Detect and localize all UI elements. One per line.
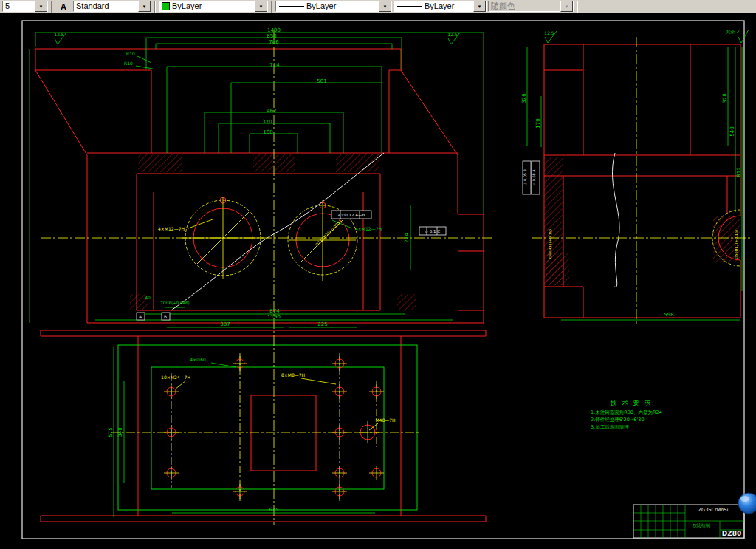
layer-combo[interactable]: 5 ▼	[2, 1, 48, 12]
linetype-combo-value: ByLayer	[304, 1, 379, 11]
leader-lines	[175, 219, 378, 430]
color-combo-value: ByLayer	[170, 1, 255, 11]
tech-requirement-line: 3.加工后表面清理	[591, 424, 629, 430]
dim-label: 4×M12—7H	[158, 226, 185, 231]
tech-requirement-line: 2.铸件经处理6'20→6'30	[591, 417, 645, 423]
dim-label: 12.5	[447, 32, 458, 37]
dim-label: R10	[126, 51, 135, 56]
dim-label: 214	[404, 233, 410, 243]
dim-label: 1190	[267, 314, 281, 320]
dim-label: 12.5	[544, 30, 554, 35]
tech-requirements-title: 技 术 要 求	[610, 399, 652, 406]
side-view-outline	[544, 44, 740, 318]
dim-label: 714	[269, 62, 280, 68]
dim-label: 548	[729, 126, 735, 136]
toolbar-separator	[51, 1, 52, 13]
lineweight-combo[interactable]: ByLayer ▼	[394, 1, 487, 12]
dim-label: 874	[269, 308, 280, 314]
dim-label: 328	[722, 93, 728, 103]
dim-label: 8×M8—7H	[281, 372, 305, 378]
text-style-combo-value: Standard	[74, 1, 138, 11]
dim-label: 462	[267, 108, 276, 114]
color-swatch-icon	[162, 2, 170, 10]
dim-label: 675	[269, 507, 278, 513]
chevron-down-icon[interactable]: ▼	[138, 1, 151, 12]
dim-label: R10	[124, 61, 133, 66]
title-block-note: 按比绘制	[693, 522, 710, 528]
dim-label: ▱ 0.08 A	[532, 169, 536, 185]
chevron-down-icon[interactable]: ▼	[255, 1, 267, 12]
dim-label: 1490	[267, 27, 281, 33]
toolbar-separator	[577, 1, 578, 13]
centerlines	[41, 30, 752, 525]
dim-label: ▱ 0.1 C	[425, 229, 440, 233]
dim-label: ∅60H11(+0.19)	[548, 229, 552, 259]
dim-label: ∅110H7(+0.035)	[315, 219, 343, 248]
linetype-combo[interactable]: ByLayer ▼	[275, 1, 392, 12]
layer-combo-value: 5	[3, 1, 35, 11]
dim-label: 326	[521, 93, 527, 103]
chevron-down-icon[interactable]: ▼	[473, 1, 486, 12]
linetype-sample-icon	[279, 6, 304, 7]
lineweight-sample-icon	[397, 6, 422, 7]
title-block-material: ZG35CrMnSi	[698, 507, 729, 513]
dim-label: ⌖ ∅0.12 A—B	[338, 213, 365, 217]
dim-label: 4×M12—7H	[355, 226, 382, 231]
dim-label: B	[164, 314, 167, 319]
dim-label: M40—7H	[375, 417, 395, 423]
drawing-canvas[interactable]: 技 术 要 求 1.未注铸造圆角R30、内壁为R24 2.铸件经处理6'20→6…	[0, 13, 756, 549]
object-properties-toolbar: 5 ▼ A Standard ▼ ByLayer ▼ ByLayer ▼ ByL…	[0, 0, 756, 13]
plotstyle-combo: 随颜色 ▼	[488, 1, 574, 12]
cad-drawing: 技 术 要 求 1.未注铸造圆角R30、内壁为R24 2.铸件经处理6'20→6…	[0, 13, 756, 549]
dim-label: 812	[736, 167, 742, 177]
chevron-down-icon[interactable]: ▼	[379, 1, 391, 12]
dim-label: 575	[108, 427, 114, 437]
blue-app-icon[interactable]	[738, 493, 756, 514]
dim-label: 370	[262, 119, 272, 125]
dim-label: ⊥ 0.05 B	[523, 168, 527, 185]
text-style-button[interactable]: A	[55, 0, 72, 13]
color-combo[interactable]: ByLayer ▼	[159, 1, 268, 12]
dim-label: 850	[267, 33, 276, 39]
dim-label: 501	[317, 78, 326, 84]
feature-control-frames	[137, 161, 540, 320]
tech-requirements: 技 术 要 求 1.未注铸造圆角R30、内壁为R24 2.铸件经处理6'20→6…	[591, 399, 662, 430]
dim-label: 10×M24—7H	[161, 375, 190, 380]
front-view-outline	[35, 49, 484, 323]
plan-view-outline	[41, 330, 486, 522]
dim-label: 70H8(+0.046)	[160, 301, 189, 305]
title-block: ZG35CrMnSi 按比绘制 DZ80	[633, 505, 744, 538]
dim-label: 40	[145, 295, 151, 300]
text-style-icon: A	[61, 2, 66, 11]
toolbar-separator	[271, 1, 272, 13]
dim-label: 387	[220, 321, 230, 327]
dim-label: 其余 ✓	[726, 29, 740, 35]
dim-label: ∅50H11(+0.16)	[734, 230, 738, 259]
lineweight-combo-value: ByLayer	[422, 1, 473, 11]
sheet-frame	[22, 21, 744, 539]
dim-label: 4×∅60	[190, 357, 206, 362]
tech-requirement-line: 1.未注铸造圆角R30、内壁为R24	[591, 409, 662, 415]
dim-label: 598	[664, 312, 673, 318]
dim-label: 225	[317, 321, 327, 327]
dim-label: 12.5	[54, 32, 64, 37]
title-block-code: DZ80	[722, 530, 742, 537]
chevron-down-icon: ▼	[560, 1, 573, 12]
text-style-combo[interactable]: Standard ▼	[73, 1, 151, 12]
dim-label: 160	[263, 129, 272, 135]
dim-label: 786	[269, 39, 279, 45]
dim-label: 170	[535, 118, 541, 128]
plotstyle-combo-value: 随颜色	[489, 1, 560, 11]
dimension-labels: 149085078671450146237016012.512.5R10R104…	[54, 27, 742, 513]
dim-label: 340	[117, 427, 123, 437]
toolbar-separator	[154, 1, 156, 13]
chevron-down-icon[interactable]: ▼	[35, 1, 47, 12]
